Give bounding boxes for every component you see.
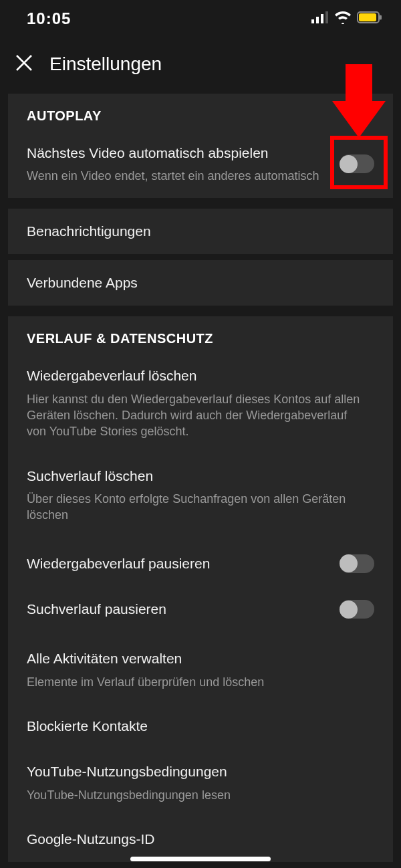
status-time: 10:05 xyxy=(27,9,71,28)
page-title: Einstellungen xyxy=(49,53,162,75)
item-blocked-contacts[interactable]: Blockierte Kontakte xyxy=(8,703,393,749)
section-header-privacy: VERLAUF & DATENSCHUTZ xyxy=(8,316,393,353)
section-header-autoplay: AUTOPLAY xyxy=(8,94,393,130)
close-icon[interactable] xyxy=(15,53,33,75)
item-manage-activity[interactable]: Alle Aktivitäten verwalten Elemente im V… xyxy=(8,636,393,703)
autoplay-toggle[interactable] xyxy=(340,154,374,173)
svg-rect-2 xyxy=(321,14,323,23)
section-links: Benachrichtigungen xyxy=(8,209,393,254)
cellular-signal-icon xyxy=(311,11,329,26)
section-connected: Verbundene Apps xyxy=(8,260,393,306)
item-subtitle: Elemente im Verlauf überprüfen und lösch… xyxy=(27,674,361,690)
item-subtitle: Wenn ein Video endet, startet ein andere… xyxy=(27,168,326,184)
item-clear-watch-history[interactable]: Wiedergabeverlauf löschen Hier kannst du… xyxy=(8,353,393,453)
pause-search-toggle[interactable] xyxy=(340,600,374,619)
item-subtitle: Über dieses Konto erfolgte Suchanfragen … xyxy=(27,491,361,524)
item-autoplay-next[interactable]: Nächstes Video automatisch abspielen Wen… xyxy=(8,130,393,198)
item-title: Benachrichtigungen xyxy=(27,222,374,241)
toggle-knob xyxy=(340,554,358,572)
item-pause-watch-history[interactable]: Wiedergabeverlauf pausieren xyxy=(8,537,393,590)
item-title: Google-Nutzungs-ID xyxy=(27,830,374,849)
item-clear-search-history[interactable]: Suchverlauf löschen Über dieses Konto er… xyxy=(8,453,393,537)
section-autoplay: AUTOPLAY Nächstes Video automatisch absp… xyxy=(8,94,393,198)
svg-rect-5 xyxy=(359,13,376,21)
svg-rect-0 xyxy=(311,19,314,23)
item-title: Wiedergabeverlauf löschen xyxy=(27,366,374,385)
item-subtitle: YouTube-Nutzungsbedingungen lesen xyxy=(27,787,361,803)
item-youtube-terms[interactable]: YouTube-Nutzungsbedingungen YouTube-Nutz… xyxy=(8,749,393,817)
app-header: Einstellungen xyxy=(0,37,401,94)
svg-rect-1 xyxy=(316,17,319,23)
item-notifications[interactable]: Benachrichtigungen xyxy=(8,209,393,254)
wifi-icon xyxy=(334,11,352,27)
item-title: Alle Aktivitäten verwalten xyxy=(27,649,374,668)
item-title: Suchverlauf löschen xyxy=(27,467,374,485)
pause-watch-toggle[interactable] xyxy=(340,554,374,573)
status-bar: 10:05 xyxy=(0,0,401,37)
item-title: Verbundene Apps xyxy=(27,274,374,292)
svg-rect-3 xyxy=(325,11,328,23)
item-google-usage-id[interactable]: Google-Nutzungs-ID xyxy=(8,817,393,862)
toggle-knob xyxy=(340,155,358,173)
svg-rect-6 xyxy=(380,15,382,20)
item-connected-apps[interactable]: Verbundene Apps xyxy=(8,260,393,306)
item-title: Suchverlauf pausieren xyxy=(27,600,326,619)
toggle-knob xyxy=(340,601,358,619)
status-icons xyxy=(311,11,382,27)
item-title: Wiedergabeverlauf pausieren xyxy=(27,554,326,573)
section-privacy: VERLAUF & DATENSCHUTZ Wiedergabeverlauf … xyxy=(8,316,393,862)
battery-icon xyxy=(357,11,382,26)
item-title: Blockierte Kontakte xyxy=(27,717,374,736)
item-subtitle: Hier kannst du den Wiedergabeverlauf die… xyxy=(27,391,361,440)
item-pause-search-history[interactable]: Suchverlauf pausieren xyxy=(8,590,393,636)
home-indicator[interactable] xyxy=(130,857,271,861)
item-title: Nächstes Video automatisch abspielen xyxy=(27,144,326,162)
item-title: YouTube-Nutzungsbedingungen xyxy=(27,762,374,781)
